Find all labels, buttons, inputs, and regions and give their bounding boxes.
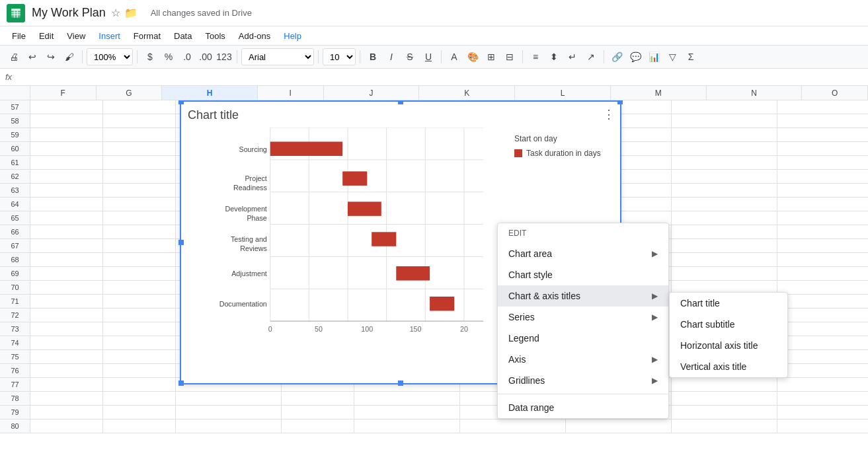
- grid-cell[interactable]: [103, 239, 176, 252]
- grid-cell[interactable]: [30, 364, 103, 377]
- grid-cell[interactable]: [672, 392, 777, 405]
- col-header-K[interactable]: K: [419, 86, 515, 100]
- grid-cell[interactable]: [30, 322, 103, 336]
- grid-cell[interactable]: [777, 281, 868, 294]
- ctx-series[interactable]: Series ▶: [498, 307, 668, 328]
- print-button[interactable]: 🖨: [5, 48, 22, 65]
- grid-cell[interactable]: [777, 364, 868, 377]
- sub-horizontal-axis-title[interactable]: Horizontal axis title: [670, 335, 787, 356]
- paint-format-button[interactable]: 🖌: [61, 48, 78, 65]
- grid-cell[interactable]: [103, 211, 176, 225]
- grid-cell[interactable]: [777, 184, 868, 197]
- bold-button[interactable]: B: [364, 48, 381, 65]
- grid-cell[interactable]: [672, 184, 777, 197]
- grid-cell[interactable]: [777, 336, 868, 349]
- grid-cell[interactable]: [30, 156, 103, 169]
- grid-cell[interactable]: [777, 114, 868, 127]
- undo-button[interactable]: ↩: [24, 48, 41, 65]
- grid-cell[interactable]: [30, 406, 103, 419]
- grid-cell[interactable]: [566, 419, 672, 433]
- sub-chart-subtitle[interactable]: Chart subtitle: [670, 314, 787, 335]
- grid-cell[interactable]: [103, 253, 176, 266]
- grid-cell[interactable]: [777, 142, 868, 155]
- ctx-axis[interactable]: Axis ▶: [498, 349, 668, 370]
- grid-cell[interactable]: [282, 392, 354, 405]
- decimal-dec-button[interactable]: .0: [178, 48, 196, 65]
- grid-cell[interactable]: [30, 392, 103, 405]
- grid-cell[interactable]: [672, 406, 777, 419]
- ctx-data-range[interactable]: Data range: [498, 397, 668, 418]
- grid-cell[interactable]: [30, 350, 103, 363]
- grid-cell[interactable]: [672, 267, 777, 280]
- grid-cell[interactable]: [777, 378, 868, 391]
- grid-cell[interactable]: [282, 406, 354, 419]
- grid-cell[interactable]: [103, 406, 176, 419]
- menu-addons[interactable]: Add-ons: [233, 30, 276, 42]
- grid-cell[interactable]: [103, 364, 176, 377]
- grid-cell[interactable]: [777, 239, 868, 252]
- grid-cell[interactable]: [354, 419, 460, 433]
- grid-cell[interactable]: [103, 350, 176, 363]
- decimal-inc-button[interactable]: .00: [197, 48, 214, 65]
- grid-cell[interactable]: [30, 211, 103, 225]
- col-header-I[interactable]: I: [258, 86, 324, 100]
- grid-cell[interactable]: [672, 128, 777, 141]
- grid-cell[interactable]: [672, 419, 777, 433]
- formula-input[interactable]: [17, 72, 863, 82]
- grid-cell[interactable]: [30, 267, 103, 280]
- grid-cell[interactable]: [30, 225, 103, 238]
- grid-cell[interactable]: [672, 170, 777, 183]
- grid-cell[interactable]: [672, 142, 777, 155]
- grid-cell[interactable]: [103, 392, 176, 405]
- ctx-chart-axis-titles[interactable]: Chart & axis titles ▶: [498, 285, 668, 307]
- grid-cell[interactable]: [777, 170, 868, 183]
- grid-cell[interactable]: [30, 295, 103, 308]
- font-size-select[interactable]: 10: [323, 48, 356, 65]
- grid-cell[interactable]: [30, 308, 103, 322]
- grid-cell[interactable]: [777, 253, 868, 266]
- grid-cell[interactable]: [103, 142, 176, 155]
- grid-cell[interactable]: [176, 419, 282, 433]
- grid-cell[interactable]: [176, 406, 282, 419]
- zoom-select[interactable]: 100%: [87, 48, 133, 65]
- text-color-button[interactable]: A: [446, 48, 463, 65]
- grid-cell[interactable]: [354, 392, 460, 405]
- grid-cell[interactable]: [672, 198, 777, 211]
- align-left-button[interactable]: ≡: [527, 48, 544, 65]
- grid-cell[interactable]: [777, 350, 868, 363]
- grid-cell[interactable]: [176, 392, 282, 405]
- grid-cell[interactable]: [777, 322, 868, 336]
- grid-cell[interactable]: [30, 336, 103, 349]
- grid-cell[interactable]: [777, 308, 868, 322]
- grid-cell[interactable]: [777, 100, 868, 114]
- grid-cell[interactable]: [103, 267, 176, 280]
- col-header-H[interactable]: H: [162, 86, 258, 100]
- grid-cell[interactable]: [103, 128, 176, 141]
- grid-cell[interactable]: [103, 198, 176, 211]
- grid-cell[interactable]: [460, 419, 566, 433]
- menu-format[interactable]: Format: [128, 30, 166, 42]
- col-header-L[interactable]: L: [515, 86, 611, 100]
- menu-edit[interactable]: Edit: [34, 30, 59, 42]
- grid-cell[interactable]: [672, 378, 777, 391]
- col-header-G[interactable]: G: [97, 86, 163, 100]
- grid-cell[interactable]: [777, 198, 868, 211]
- grid-cell[interactable]: [103, 184, 176, 197]
- redo-button[interactable]: ↪: [42, 48, 59, 65]
- borders-button[interactable]: ⊞: [483, 48, 500, 65]
- grid-cell[interactable]: [103, 295, 176, 308]
- rotate-button[interactable]: ↗: [582, 48, 600, 65]
- italic-button[interactable]: I: [383, 48, 400, 65]
- chart-more-button[interactable]: ⋮: [603, 107, 615, 122]
- ctx-gridlines[interactable]: Gridlines ▶: [498, 370, 668, 391]
- grid-cell[interactable]: [777, 419, 868, 433]
- grid-cell[interactable]: [30, 142, 103, 155]
- function-button[interactable]: Σ: [682, 48, 699, 65]
- folder-icon[interactable]: 📁: [124, 7, 138, 19]
- grid-cell[interactable]: [777, 267, 868, 280]
- col-header-F[interactable]: F: [30, 86, 97, 100]
- menu-insert[interactable]: Insert: [93, 30, 126, 42]
- menu-data[interactable]: Data: [169, 30, 197, 42]
- grid-cell[interactable]: [30, 114, 103, 127]
- grid-cell[interactable]: [672, 100, 777, 114]
